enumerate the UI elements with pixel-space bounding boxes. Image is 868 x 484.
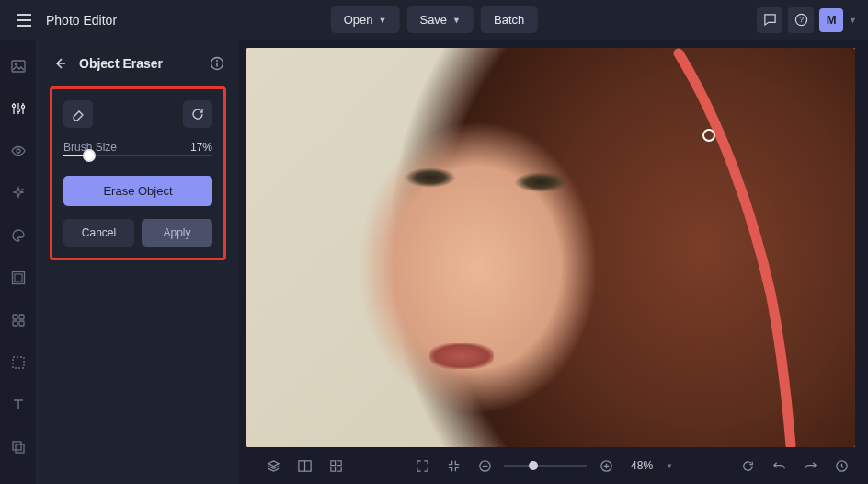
svg-point-5 [17, 109, 19, 111]
svg-point-7 [17, 149, 20, 153]
zoom-slider[interactable] [504, 465, 587, 467]
rotate-icon [740, 458, 756, 474]
grid-icon [328, 458, 344, 474]
svg-rect-22 [330, 467, 335, 471]
sparkle-icon [10, 185, 27, 202]
tool-color[interactable] [6, 223, 31, 248]
tool-text[interactable] [6, 392, 31, 418]
svg-point-18 [216, 60, 218, 62]
batch-button[interactable]: Batch [481, 6, 537, 33]
tool-image[interactable] [6, 53, 31, 79]
photo-detail [429, 343, 494, 369]
eye-icon [10, 143, 27, 159]
photo-image [246, 48, 855, 447]
restore-tool-chip[interactable] [183, 100, 212, 128]
svg-rect-23 [337, 467, 341, 471]
chevron-down-icon[interactable]: ▼ [849, 16, 857, 25]
info-button[interactable] [208, 54, 226, 73]
fullscreen-button[interactable] [410, 454, 434, 478]
svg-rect-15 [13, 442, 21, 450]
tool-toggle-row [63, 100, 212, 128]
avatar[interactable]: M [819, 8, 843, 32]
bottombar-left [261, 454, 348, 478]
avatar-initial: M [827, 13, 837, 27]
chevron-down-icon: ▼ [452, 16, 461, 25]
back-button[interactable] [50, 53, 70, 74]
panel-title: Object Eraser [79, 56, 199, 71]
zoom-thumb[interactable] [529, 461, 538, 470]
erase-object-button[interactable]: Erase Object [63, 176, 212, 206]
rotate-button[interactable] [736, 454, 760, 478]
tool-elements[interactable] [6, 307, 31, 333]
undo-button[interactable] [767, 454, 791, 478]
cancel-button[interactable]: Cancel [63, 219, 134, 247]
menu-button[interactable] [11, 7, 37, 33]
hamburger-icon [17, 14, 31, 27]
canvas[interactable] [246, 48, 855, 447]
bottom-bar: 48% ▼ [239, 447, 868, 484]
text-icon [10, 397, 27, 413]
svg-point-4 [12, 104, 15, 107]
info-icon [210, 56, 224, 71]
minus-icon [477, 458, 493, 474]
history-icon [834, 458, 850, 474]
bottombar-center: 48% ▼ [410, 454, 673, 478]
collapse-icon [446, 458, 462, 474]
fit-button[interactable] [441, 454, 465, 478]
zoom-in-button[interactable] [594, 454, 618, 478]
tool-crop[interactable] [6, 350, 31, 375]
batch-label: Batch [494, 13, 524, 27]
svg-point-3 [14, 63, 16, 65]
save-button[interactable]: Save ▼ [406, 6, 474, 33]
slider-thumb[interactable] [83, 149, 96, 162]
arrow-left-icon [52, 56, 67, 71]
tool-overlay[interactable] [6, 434, 31, 460]
svg-point-6 [21, 105, 24, 108]
zoom-out-button[interactable] [473, 454, 497, 478]
brush-cursor [702, 129, 715, 142]
grid-button[interactable] [324, 454, 348, 478]
compare-button[interactable] [292, 454, 316, 478]
brush-size-slider[interactable] [63, 148, 212, 163]
history-button[interactable] [829, 454, 853, 478]
svg-rect-9 [15, 274, 22, 282]
sliders-icon [10, 100, 27, 117]
plus-icon [599, 458, 614, 474]
topbar-right: ? M ▼ [757, 7, 857, 33]
layers-icon [266, 458, 281, 474]
topbar-center: Open ▼ Save ▼ Batch [331, 6, 538, 33]
compare-icon [297, 458, 313, 474]
chevron-down-icon[interactable]: ▼ [666, 462, 673, 470]
chevron-down-icon: ▼ [379, 16, 387, 25]
open-button[interactable]: Open ▼ [331, 6, 400, 33]
tool-frame[interactable] [6, 265, 31, 291]
top-bar: Photo Editor Open ▼ Save ▼ Batch ? M ▼ [0, 0, 868, 40]
eraser-controls: Brush Size 17% Erase Object Cancel Apply [50, 86, 226, 260]
svg-rect-12 [13, 321, 17, 326]
feedback-button[interactable] [757, 7, 782, 33]
panel-header: Object Eraser [50, 53, 226, 74]
action-buttons: Cancel Apply [63, 219, 212, 247]
apply-button[interactable]: Apply [142, 219, 212, 247]
chat-icon [763, 13, 777, 27]
svg-rect-10 [13, 315, 17, 319]
layers-button[interactable] [261, 454, 285, 478]
svg-rect-14 [13, 357, 24, 368]
zoom-value: 48% [625, 459, 658, 472]
undo-icon [771, 458, 787, 474]
tool-eye[interactable] [6, 138, 31, 164]
help-button[interactable]: ? [788, 7, 814, 33]
svg-rect-16 [16, 444, 24, 453]
redo-button[interactable] [798, 454, 822, 478]
crop-icon [10, 354, 27, 371]
tool-rail [0, 40, 37, 484]
canvas-area: 48% ▼ [239, 40, 868, 484]
svg-rect-11 [19, 315, 24, 319]
tool-ai[interactable] [6, 180, 31, 206]
svg-rect-21 [337, 460, 341, 465]
eraser-icon [71, 107, 86, 121]
main: Object Eraser Brush Size 17% [0, 40, 868, 484]
tool-adjust[interactable] [6, 96, 31, 121]
eraser-tool-chip[interactable] [63, 100, 93, 128]
image-icon [10, 58, 27, 75]
